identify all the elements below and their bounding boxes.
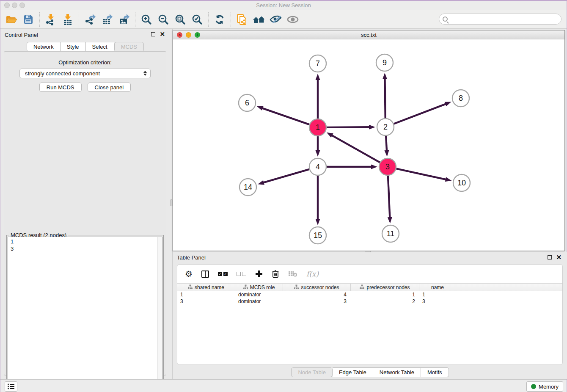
tab-network[interactable]: Network bbox=[27, 42, 61, 52]
hide-graphics-details-button[interactable] bbox=[267, 11, 284, 28]
close-panel-button[interactable]: Close panel bbox=[88, 83, 131, 92]
column-header-MCDS-role[interactable]: MCDS role bbox=[235, 284, 283, 291]
tab-edge-table[interactable]: Edge Table bbox=[333, 367, 373, 377]
task-history-button[interactable] bbox=[5, 381, 17, 392]
column-browser-icon[interactable] bbox=[201, 271, 209, 278]
zoom-out-button[interactable] bbox=[155, 11, 172, 28]
toolbar-separator bbox=[231, 12, 231, 27]
graph-edge-arrowhead bbox=[369, 125, 375, 130]
graph-edge-arrowhead bbox=[257, 106, 264, 110]
list-icon bbox=[7, 383, 15, 390]
export-network-button[interactable] bbox=[82, 11, 99, 28]
add-column-icon[interactable] bbox=[255, 270, 263, 278]
float-table-panel-icon[interactable] bbox=[548, 255, 552, 259]
network-graph-canvas[interactable]: 7968124314101511 bbox=[173, 39, 564, 251]
graph-edge-arrowhead bbox=[316, 74, 320, 80]
table-options-icon[interactable]: ⚙ bbox=[185, 269, 193, 279]
table-rows: 1dominator4113dominator323 bbox=[177, 291, 562, 305]
close-panel-icon[interactable]: ✕ bbox=[160, 32, 165, 36]
zoom-selected-button[interactable] bbox=[189, 11, 206, 28]
export-table-button[interactable] bbox=[99, 11, 116, 28]
column-header-successor-nodes[interactable]: successor nodes bbox=[283, 284, 351, 291]
import-table-icon bbox=[62, 14, 73, 25]
zoom-selected-icon bbox=[192, 14, 203, 25]
unselect-all-icon[interactable] bbox=[237, 272, 246, 276]
import-table-button[interactable] bbox=[59, 11, 76, 28]
toolbar-separator bbox=[79, 12, 79, 27]
search-input[interactable] bbox=[450, 15, 561, 23]
graph-node-label-3: 3 bbox=[385, 163, 390, 171]
graph-edge-arrowhead bbox=[327, 133, 333, 138]
tab-select[interactable]: Select bbox=[86, 42, 114, 52]
graph-edge-1-6[interactable] bbox=[261, 108, 309, 124]
tab-style[interactable]: Style bbox=[61, 42, 86, 52]
network-window-title: scc.txt bbox=[173, 32, 564, 38]
graph-edge-3-11[interactable] bbox=[388, 176, 390, 218]
apply-layout-button[interactable] bbox=[211, 11, 228, 28]
table-cell-name[interactable]: 3 bbox=[419, 298, 456, 305]
open-session-button[interactable] bbox=[3, 11, 20, 28]
import-network-button[interactable] bbox=[42, 11, 59, 28]
graph-edge-3-1[interactable] bbox=[331, 135, 380, 163]
float-panel-icon[interactable] bbox=[151, 32, 155, 36]
column-tree-icon bbox=[360, 284, 364, 290]
tab-mcds[interactable]: MCDS bbox=[114, 42, 144, 52]
save-session-button[interactable] bbox=[20, 11, 37, 28]
table-row[interactable]: 3dominator323 bbox=[177, 298, 562, 305]
graph-node-label-2: 2 bbox=[383, 123, 388, 131]
table-cell-shared-name[interactable]: 1 bbox=[177, 291, 235, 298]
table-cell-successor-nodes[interactable]: 3 bbox=[283, 298, 351, 305]
graph-edge-arrowhead bbox=[445, 102, 451, 106]
graph-edge-arrowhead bbox=[316, 219, 320, 225]
column-header-predecessor-nodes[interactable]: predecessor nodes bbox=[351, 284, 419, 291]
table-cell-MCDS-role[interactable]: dominator bbox=[235, 291, 283, 298]
table-row[interactable]: 1dominator411 bbox=[177, 291, 562, 298]
tab-motifs[interactable]: Motifs bbox=[421, 367, 449, 377]
graph-edge-2-3[interactable] bbox=[386, 136, 387, 152]
table-cell-predecessor-nodes[interactable]: 2 bbox=[351, 298, 419, 305]
graph-edge-2-9[interactable] bbox=[385, 78, 385, 118]
zoom-in-button[interactable] bbox=[138, 11, 155, 28]
result-scrollbar[interactable] bbox=[157, 237, 162, 392]
mcds-result-textarea[interactable]: 13 bbox=[8, 237, 162, 392]
table-cell-predecessor-nodes[interactable]: 1 bbox=[351, 291, 419, 298]
delete-column-icon[interactable] bbox=[272, 270, 279, 278]
memory-button[interactable]: Memory bbox=[526, 381, 563, 392]
graph-edge-2-8[interactable] bbox=[394, 104, 447, 124]
mcds-tab-panel: Optimization criterion: strongly connect… bbox=[4, 51, 166, 375]
column-header-shared-name[interactable]: shared name bbox=[177, 284, 235, 291]
graph-node-label-7: 7 bbox=[316, 59, 320, 68]
save-icon bbox=[23, 14, 33, 25]
tab-node-table[interactable]: Node Table bbox=[291, 367, 333, 377]
folder-open-icon bbox=[6, 14, 17, 25]
memory-label: Memory bbox=[539, 384, 559, 390]
home-pages-button[interactable] bbox=[250, 11, 267, 28]
graph-edge-4-14[interactable] bbox=[263, 169, 309, 183]
search-box[interactable] bbox=[439, 14, 561, 25]
mcds-result-line: 1 bbox=[11, 238, 162, 245]
main-toolbar bbox=[0, 10, 567, 29]
table-cell-shared-name[interactable]: 3 bbox=[177, 298, 235, 305]
export-network-icon bbox=[85, 14, 96, 25]
graph-edge-arrowhead bbox=[388, 217, 392, 224]
cyndex-button[interactable] bbox=[234, 11, 250, 28]
criterion-select[interactable]: strongly connected component bbox=[19, 69, 151, 78]
table-cell-successor-nodes[interactable]: 4 bbox=[283, 291, 351, 298]
export-image-button[interactable] bbox=[116, 11, 132, 28]
table-cell-MCDS-role[interactable]: dominator bbox=[235, 298, 283, 305]
column-header-name[interactable]: name bbox=[419, 284, 456, 291]
close-table-panel-icon[interactable]: ✕ bbox=[556, 255, 561, 259]
zoom-fit-button[interactable] bbox=[172, 11, 189, 28]
run-mcds-button[interactable]: Run MCDS bbox=[39, 83, 82, 92]
select-arrows-icon bbox=[143, 71, 147, 76]
table-cell-name[interactable]: 1 bbox=[419, 291, 456, 298]
zoom-out-icon bbox=[158, 14, 169, 25]
select-all-icon[interactable]: ✓✓ bbox=[218, 272, 228, 276]
table-panel-title: Table Panel bbox=[177, 254, 206, 261]
show-graphics-details-button[interactable] bbox=[284, 11, 301, 28]
graph-edge-3-10[interactable] bbox=[396, 168, 447, 179]
network-window-titlebar[interactable]: × − + scc.txt bbox=[173, 30, 564, 39]
graph-edge-1-2[interactable] bbox=[327, 127, 370, 127]
export-table-icon bbox=[102, 14, 113, 25]
tab-network-table[interactable]: Network Table bbox=[373, 367, 421, 377]
